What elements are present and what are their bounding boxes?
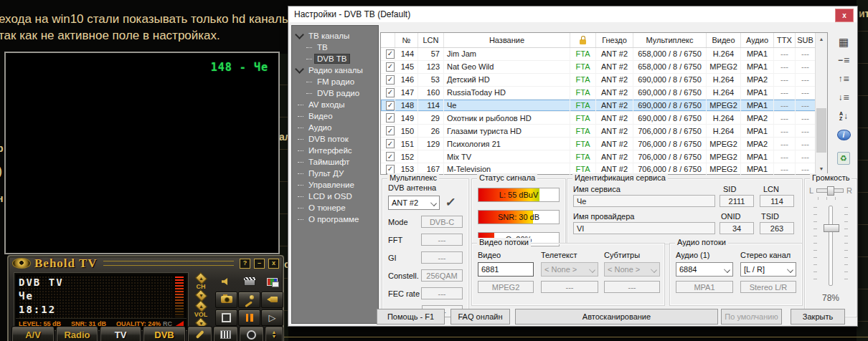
resize-button[interactable]: ▲▼ bbox=[265, 326, 283, 341]
balance-thumb[interactable] bbox=[827, 186, 834, 196]
timer-button[interactable] bbox=[239, 326, 264, 341]
cell-lcn: 160 bbox=[418, 87, 444, 99]
window-close-button[interactable]: x bbox=[835, 9, 854, 22]
channel-checkbox[interactable]: ✓ bbox=[386, 62, 395, 72]
record-button[interactable] bbox=[261, 292, 283, 308]
antenna-apply-check-icon[interactable]: ✓ bbox=[445, 195, 457, 210]
table-row[interactable]: ✓152Mix TVFTAANT #2706,000 / 8 / 6750MPE… bbox=[381, 150, 827, 163]
table-row[interactable]: ✓15026Глазами туриста HDFTAANT #2706,000… bbox=[381, 125, 827, 138]
snapshot-button[interactable] bbox=[215, 292, 237, 308]
help-button[interactable]: Помощь - F1 bbox=[377, 309, 445, 325]
channel-checkbox[interactable]: ✓ bbox=[386, 49, 395, 59]
mute-button[interactable] bbox=[215, 273, 237, 290]
player-help-button[interactable]: ? bbox=[240, 259, 250, 269]
balance-slider[interactable] bbox=[816, 188, 844, 193]
table-row[interactable]: ✓151129Психология 21FTAANT #2706,000 / 8… bbox=[381, 138, 827, 150]
audio-codec-field: MPA1 bbox=[676, 281, 733, 293]
sidebar-item-радио-каналы[interactable]: Радио каналы bbox=[292, 64, 378, 76]
sidebar-item-таймшифт[interactable]: Таймшифт bbox=[292, 156, 378, 168]
sidebar-item-lcd-и-osd[interactable]: LCD и OSD bbox=[292, 191, 378, 202]
close-button[interactable]: Закрыть bbox=[791, 309, 845, 325]
play-button[interactable]: ▷ bbox=[261, 309, 283, 326]
table-row[interactable]: ✓145123Nat Geo WildFTAANT #2658,000 / 8 … bbox=[381, 61, 827, 74]
channel-checkbox[interactable]: ✓ bbox=[386, 101, 395, 110]
multiplex-params: ModeDVB-CFFT---GI---Constell.256QAMFEC r… bbox=[388, 213, 463, 320]
lcd-display: DVB TV Че 18:12 LEVEL: 55 dB SNR: 31 dB … bbox=[14, 273, 188, 330]
table-row[interactable]: ✓14653Детский HDFTAANT #2690,000 / 8 / 6… bbox=[381, 74, 827, 87]
sidebar-item-тв-каналы[interactable]: ТВ каналы bbox=[292, 30, 378, 42]
scroll-up-button[interactable]: ▲ bbox=[816, 33, 827, 44]
sidebar-item-интерфейс[interactable]: Интерфейс bbox=[292, 145, 378, 156]
mode-dvb-button[interactable]: DVB bbox=[143, 326, 186, 341]
cell-ttx: --- bbox=[774, 125, 796, 137]
player-minimize-button[interactable]: – bbox=[254, 259, 265, 269]
stereo-select[interactable]: [L / R] bbox=[740, 262, 796, 277]
move-up-icon[interactable]: ↑≡ bbox=[835, 72, 852, 85]
channel-checkbox[interactable]: ✓ bbox=[386, 88, 395, 97]
editor-button[interactable] bbox=[213, 326, 238, 341]
window-titlebar[interactable]: Настройки - DVB ТВ (Default) x bbox=[288, 6, 857, 22]
table-row[interactable]: ✓147160RussiaToday HDFTAANT #2690,000 / … bbox=[381, 87, 827, 100]
video-pid-input[interactable]: 6881 bbox=[478, 262, 534, 277]
cell-mux: 658,000 / 8 / 6750 bbox=[633, 61, 707, 73]
sidebar-item-fm-радио[interactable]: FM радио bbox=[292, 76, 378, 87]
service-name-field[interactable]: Че bbox=[573, 195, 715, 207]
stop-button[interactable] bbox=[215, 309, 237, 326]
sidebar-item-dvb-тв[interactable]: DVB ТВ bbox=[292, 53, 378, 64]
scroll-thumb[interactable] bbox=[816, 108, 826, 153]
mode-radio-button[interactable]: Radio bbox=[56, 326, 98, 341]
table-row[interactable]: ✓148114ЧеFTAANT #2690,000 / 8 / 6750MPEG… bbox=[381, 100, 827, 112]
sidebar-item-тв[interactable]: ТВ bbox=[292, 42, 378, 53]
channel-grid-icon[interactable]: ▦ bbox=[835, 35, 852, 48]
volume-slider[interactable] bbox=[805, 206, 857, 286]
mic-button[interactable] bbox=[238, 292, 260, 308]
sidebar-item-пульт-ду[interactable]: Пульт ДУ bbox=[292, 168, 378, 179]
sidebar-item-управление[interactable]: Управление bbox=[292, 179, 378, 191]
channel-table: №LCNНазваниеГнездоМультиплексВидеоАудиоT… bbox=[380, 32, 828, 175]
cell-name: Че bbox=[444, 100, 570, 112]
sidebar-item-dvb-радио[interactable]: DVB радио bbox=[292, 87, 378, 99]
channel-checkbox[interactable]: ✓ bbox=[386, 165, 395, 174]
mode-tv-button[interactable]: TV bbox=[100, 326, 141, 341]
sidebar-item-о-тюнере[interactable]: О тюнере bbox=[292, 202, 378, 213]
channel-checkbox[interactable]: ✓ bbox=[386, 113, 395, 123]
channel-checkbox[interactable]: ✓ bbox=[386, 75, 395, 85]
pause-button[interactable] bbox=[238, 309, 260, 326]
cell-v: MPEG2 bbox=[707, 61, 741, 73]
subtitles-select[interactable]: < None > bbox=[604, 262, 660, 277]
list-remove-icon[interactable]: −≡ bbox=[835, 54, 852, 67]
channel-checkbox[interactable]: ✓ bbox=[386, 152, 395, 161]
provider-field[interactable]: VI bbox=[573, 222, 715, 234]
mode-av-button[interactable]: A/V bbox=[11, 326, 55, 341]
chevron-down-icon bbox=[787, 266, 793, 273]
table-row[interactable]: ✓14929Охотник и рыболов HDFTAANT #2690,0… bbox=[381, 112, 827, 125]
audio-pid-select[interactable]: 6884 bbox=[676, 262, 733, 277]
faq-button[interactable]: FAQ онлайн bbox=[450, 309, 510, 325]
cell-name: Охотник и рыболов HD bbox=[444, 112, 570, 124]
capture-button[interactable] bbox=[238, 273, 260, 290]
volume-thumb[interactable] bbox=[824, 224, 839, 232]
tools-button[interactable] bbox=[187, 326, 212, 341]
wrench-icon bbox=[196, 330, 204, 339]
player-close-button[interactable]: x bbox=[268, 259, 279, 269]
recycle-bin-icon[interactable]: ♻ bbox=[835, 147, 852, 160]
cell-name: Jim Jam bbox=[444, 48, 570, 60]
sidebar-item-dvb-поток[interactable]: DVB поток bbox=[292, 133, 378, 145]
channel-checkbox[interactable]: ✓ bbox=[386, 126, 395, 135]
move-down-icon[interactable]: ↓≡ bbox=[835, 91, 852, 104]
channel-checkbox[interactable]: ✓ bbox=[386, 139, 395, 148]
sidebar-item-av-входы[interactable]: AV входы bbox=[292, 99, 378, 110]
sidebar-item-о-программе[interactable]: О программе bbox=[292, 213, 378, 225]
antenna-select[interactable]: ANT #2 bbox=[388, 196, 440, 210]
teletext-select[interactable]: < None > bbox=[541, 262, 598, 277]
title-rule bbox=[103, 261, 234, 266]
pip-button[interactable] bbox=[261, 273, 283, 290]
sidebar-item-аудио[interactable]: Аудио bbox=[292, 122, 378, 133]
sort-az-icon[interactable]: AZ↓ bbox=[835, 110, 852, 123]
autoscan-button[interactable]: Автосканирование bbox=[515, 309, 718, 325]
table-scrollbar[interactable]: ▲ ▼ bbox=[815, 33, 827, 174]
scroll-down-button[interactable]: ▼ bbox=[816, 163, 827, 174]
info-icon[interactable]: i bbox=[835, 128, 852, 141]
table-row[interactable]: ✓14457Jim JamFTAANT #2658,000 / 8 / 6750… bbox=[381, 48, 827, 61]
sidebar-item-видео[interactable]: Видео bbox=[292, 110, 378, 122]
